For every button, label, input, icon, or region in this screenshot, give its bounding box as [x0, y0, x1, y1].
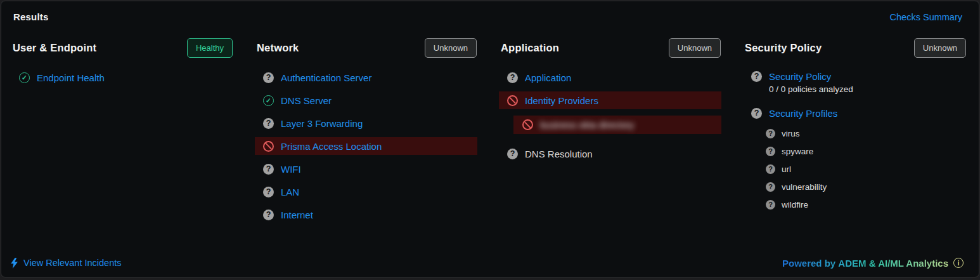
column-network: Network Unknown Authentication Server DN…: [245, 36, 489, 226]
question-icon: [263, 72, 274, 83]
profile-label: vulnerability: [782, 182, 827, 192]
question-icon: [751, 108, 762, 119]
check-link[interactable]: LAN: [281, 187, 299, 197]
spacer: [733, 95, 979, 103]
profile-item-virus: virus: [733, 124, 979, 142]
results-panel: Results Checks Summary User & Endpoint H…: [1, 1, 979, 277]
columns-container: User & Endpoint Healthy Endpoint Health …: [1, 36, 979, 226]
check-item-lan[interactable]: LAN: [245, 180, 489, 203]
column-user-endpoint: User & Endpoint Healthy Endpoint Health: [1, 36, 245, 226]
check-item-internet[interactable]: Internet: [245, 203, 489, 226]
profile-label: spyware: [782, 147, 813, 156]
question-icon: [766, 129, 775, 138]
profile-item-vulnerability: vulnerability: [733, 178, 979, 196]
question-icon: [507, 149, 518, 159]
check-item-dns-resolution[interactable]: DNS Resolution: [489, 142, 733, 165]
check-item-layer-3-forwarding[interactable]: Layer 3 Forwarding: [245, 112, 489, 135]
check-item-wifi[interactable]: WIFI: [245, 157, 489, 180]
check-link[interactable]: Application: [525, 72, 571, 83]
powered-by-prefix: Powered by: [782, 258, 835, 269]
status-badge: Healthy: [187, 38, 233, 58]
security-profiles-list: virus spyware url vulnerability: [733, 124, 979, 213]
status-badge: Unknown: [425, 38, 477, 58]
question-icon: [263, 210, 274, 220]
check-item-prisma-access-location[interactable]: Prisma Access Location: [255, 137, 477, 155]
question-icon: [766, 200, 775, 210]
question-icon: [263, 187, 274, 197]
status-badge: Unknown: [914, 38, 966, 58]
column-items: Application Identity Providers business …: [489, 66, 733, 165]
column-title: Application: [501, 42, 559, 54]
check-link[interactable]: Layer 3 Forwarding: [281, 118, 363, 129]
check-link[interactable]: Identity Providers: [525, 95, 598, 106]
powered-by-brand: ADEM & AI/ML Analytics: [838, 258, 948, 269]
check-item-identity-providers[interactable]: Identity Providers: [499, 91, 721, 109]
column-title: Security Policy: [745, 42, 822, 54]
question-icon: [263, 164, 274, 175]
panel-footer: View Relevant Incidents Powered by ADEM …: [1, 249, 979, 277]
column-header: Network Unknown: [245, 36, 489, 60]
powered-by-text: Powered by ADEM & AI/ML Analytics: [782, 258, 948, 269]
check-link[interactable]: DNS Server: [281, 95, 332, 106]
lightning-bolt-icon: [10, 258, 18, 269]
profile-item-url: url: [733, 160, 979, 178]
check-link[interactable]: WIFI: [281, 164, 301, 175]
page-title: Results: [13, 11, 49, 22]
profile-item-spyware: spyware: [733, 142, 979, 160]
check-item-authentication-server[interactable]: Authentication Server: [245, 66, 489, 89]
check-item-security-profiles[interactable]: Security Profiles: [733, 103, 979, 123]
question-icon: [766, 164, 775, 174]
view-relevant-incidents-button[interactable]: View Relevant Incidents: [10, 258, 122, 269]
column-items: Security Policy 0 / 0 policies analyzed …: [733, 66, 979, 213]
panel-header: Results Checks Summary: [1, 1, 979, 22]
column-items: Authentication Server DNS Server Layer 3…: [245, 66, 489, 226]
check-link[interactable]: Internet: [281, 210, 313, 220]
check-item-application[interactable]: Application: [489, 66, 733, 89]
blocked-icon: [522, 119, 533, 130]
profile-item-wildfire: wildfire: [733, 196, 979, 213]
check-label: DNS Resolution: [525, 149, 593, 159]
check-circle-icon: [263, 95, 274, 106]
profile-label: wildfire: [782, 200, 808, 210]
view-relevant-incidents-link[interactable]: View Relevant Incidents: [23, 258, 122, 268]
info-icon[interactable]: [953, 258, 964, 268]
check-item-identity-provider-redacted[interactable]: business okta directory: [513, 116, 721, 134]
check-link[interactable]: Endpoint Health: [37, 72, 105, 83]
column-title: Network: [257, 42, 299, 54]
column-header: Application Unknown: [489, 36, 733, 60]
check-link[interactable]: Security Policy: [769, 71, 831, 82]
policies-analyzed-note: 0 / 0 policies analyzed: [733, 83, 979, 95]
profile-label: virus: [782, 129, 800, 138]
column-title: User & Endpoint: [13, 42, 96, 54]
question-icon: [751, 71, 762, 82]
blocked-icon: [263, 141, 274, 152]
status-badge: Unknown: [669, 38, 721, 58]
column-application: Application Unknown Application Identity…: [489, 36, 733, 226]
question-icon: [507, 72, 518, 83]
column-header: Security Policy Unknown: [733, 36, 979, 60]
question-icon: [766, 182, 775, 192]
check-link[interactable]: Prisma Access Location: [281, 141, 382, 152]
check-link[interactable]: Authentication Server: [281, 72, 371, 83]
profile-label: url: [782, 164, 791, 174]
check-circle-icon: [19, 72, 30, 83]
check-item-endpoint-health[interactable]: Endpoint Health: [1, 66, 245, 89]
column-header: User & Endpoint Healthy: [1, 36, 245, 60]
question-icon: [263, 118, 274, 129]
redacted-label: business okta directory: [540, 120, 634, 130]
column-security-policy: Security Policy Unknown Security Policy …: [733, 36, 979, 226]
check-link[interactable]: Security Profiles: [769, 108, 837, 119]
powered-by: Powered by ADEM & AI/ML Analytics: [782, 258, 964, 269]
blocked-icon: [507, 95, 518, 106]
checks-summary-link[interactable]: Checks Summary: [890, 12, 962, 22]
column-items: Endpoint Health: [1, 66, 245, 89]
question-icon: [766, 147, 775, 156]
check-item-dns-server[interactable]: DNS Server: [245, 89, 489, 112]
